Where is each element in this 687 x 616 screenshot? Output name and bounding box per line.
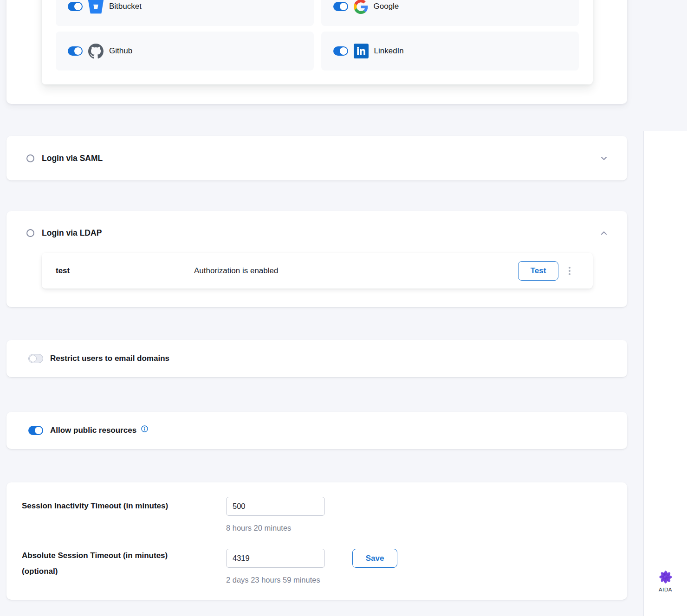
public-resources-label: Allow public resources bbox=[50, 426, 136, 435]
provider-tile-linkedin: LinkedIn bbox=[321, 32, 579, 71]
aida-branding[interactable]: AIDA bbox=[644, 569, 687, 592]
restrict-domains-toggle[interactable] bbox=[28, 354, 43, 363]
google-toggle[interactable] bbox=[333, 2, 348, 11]
right-side-panel: AIDA bbox=[643, 131, 687, 616]
absolute-timeout-label-line2: (optional) bbox=[22, 564, 168, 579]
aida-logo-icon bbox=[658, 569, 674, 585]
provider-label: Google bbox=[374, 2, 399, 11]
ldap-header[interactable]: Login via LDAP bbox=[6, 211, 627, 255]
ldap-entry-row: test Authorization is enabled Test bbox=[42, 253, 593, 289]
kebab-menu-icon[interactable] bbox=[567, 264, 572, 278]
linkedin-icon bbox=[354, 44, 369, 58]
saml-title: Login via SAML bbox=[42, 154, 103, 163]
google-icon bbox=[354, 0, 368, 14]
public-resources-card: Allow public resources bbox=[6, 412, 627, 449]
provider-tile-google: Google bbox=[321, 0, 579, 26]
provider-tile-github: Github bbox=[56, 32, 314, 71]
saml-radio[interactable] bbox=[26, 154, 34, 162]
github-icon bbox=[88, 44, 104, 59]
saml-header[interactable]: Login via SAML bbox=[6, 136, 627, 180]
session-timeout-card: Session Inactivity Timeout (in minutes) … bbox=[6, 482, 627, 600]
github-toggle[interactable] bbox=[68, 46, 83, 56]
provider-label: LinkedIn bbox=[374, 46, 404, 56]
bitbucket-toggle[interactable] bbox=[68, 2, 83, 11]
aida-label: AIDA bbox=[659, 587, 672, 592]
test-button[interactable]: Test bbox=[518, 261, 558, 281]
public-resources-toggle[interactable] bbox=[28, 426, 43, 435]
chevron-up-icon[interactable] bbox=[599, 229, 609, 238]
ldap-title: Login via LDAP bbox=[42, 228, 102, 238]
restrict-domains-card: Restrict users to email domains bbox=[6, 340, 627, 377]
inactivity-timeout-input[interactable] bbox=[226, 497, 325, 516]
info-icon[interactable] bbox=[141, 425, 148, 432]
inactivity-timeout-helper: 8 hours 20 minutes bbox=[226, 524, 291, 533]
oauth-providers-card: Bitbucket Google Github bbox=[6, 0, 627, 104]
provider-label: Bitbucket bbox=[109, 2, 142, 11]
provider-label: Github bbox=[109, 46, 132, 56]
ldap-entry-status: Authorization is enabled bbox=[194, 266, 518, 276]
inactivity-timeout-label: Session Inactivity Timeout (in minutes) bbox=[22, 498, 168, 514]
chevron-down-icon[interactable] bbox=[599, 154, 609, 163]
absolute-timeout-label-line1: Absolute Session Timeout (in minutes) bbox=[22, 548, 168, 564]
bitbucket-icon bbox=[88, 0, 104, 14]
restrict-domains-label: Restrict users to email domains bbox=[50, 354, 169, 363]
provider-tile-bitbucket: Bitbucket bbox=[56, 0, 314, 26]
absolute-timeout-input[interactable] bbox=[226, 549, 325, 568]
oauth-providers-grid: Bitbucket Google Github bbox=[42, 0, 593, 84]
absolute-timeout-label: Absolute Session Timeout (in minutes) (o… bbox=[22, 548, 168, 579]
ldap-entry-name: test bbox=[56, 266, 194, 276]
ldap-radio[interactable] bbox=[26, 229, 34, 237]
ldap-section-card: Login via LDAP test Authorization is ena… bbox=[6, 211, 627, 307]
absolute-timeout-helper: 2 days 23 hours 59 minutes bbox=[226, 576, 320, 584]
linkedin-toggle[interactable] bbox=[333, 46, 348, 56]
saml-section-card: Login via SAML bbox=[6, 136, 627, 180]
save-button[interactable]: Save bbox=[352, 549, 397, 568]
